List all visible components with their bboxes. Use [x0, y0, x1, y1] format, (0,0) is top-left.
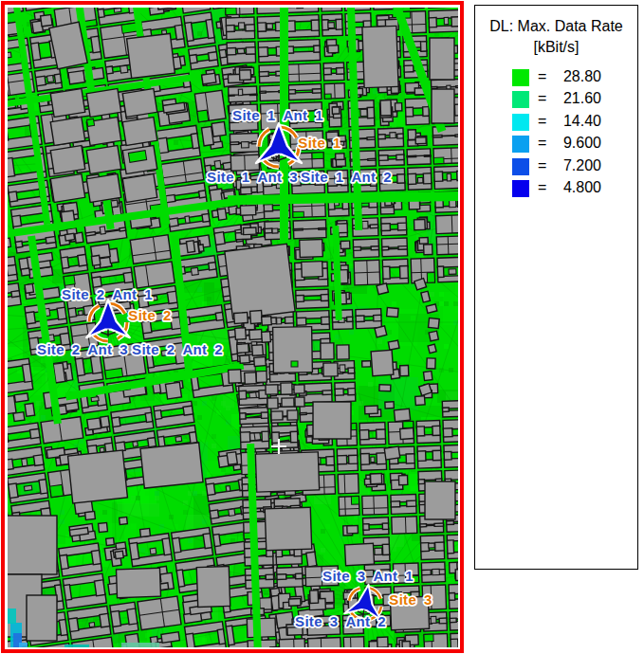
svg-text:Site 3: Site 3: [389, 591, 432, 608]
svg-text:Site 1 Ant 3: Site 1 Ant 3: [207, 169, 298, 185]
svg-text:Site 3 Ant 2: Site 3 Ant 2: [295, 613, 386, 629]
svg-text:Site 2: Site 2: [128, 307, 171, 323]
svg-text:Site 3 Ant 1: Site 3 Ant 1: [322, 568, 414, 584]
svg-text:Site 1 Ant 1: Site 1 Ant 1: [232, 107, 323, 123]
svg-text:Site 2 Ant 1: Site 2 Ant 1: [62, 286, 153, 302]
svg-text:Site 1: Site 1: [298, 135, 340, 151]
svg-text:Site 1 Ant 2: Site 1 Ant 2: [301, 169, 392, 185]
svg-text:Site 2 Ant 3: Site 2 Ant 3: [37, 341, 128, 357]
svg-text:Site 2 Ant 2: Site 2 Ant 2: [132, 341, 223, 357]
